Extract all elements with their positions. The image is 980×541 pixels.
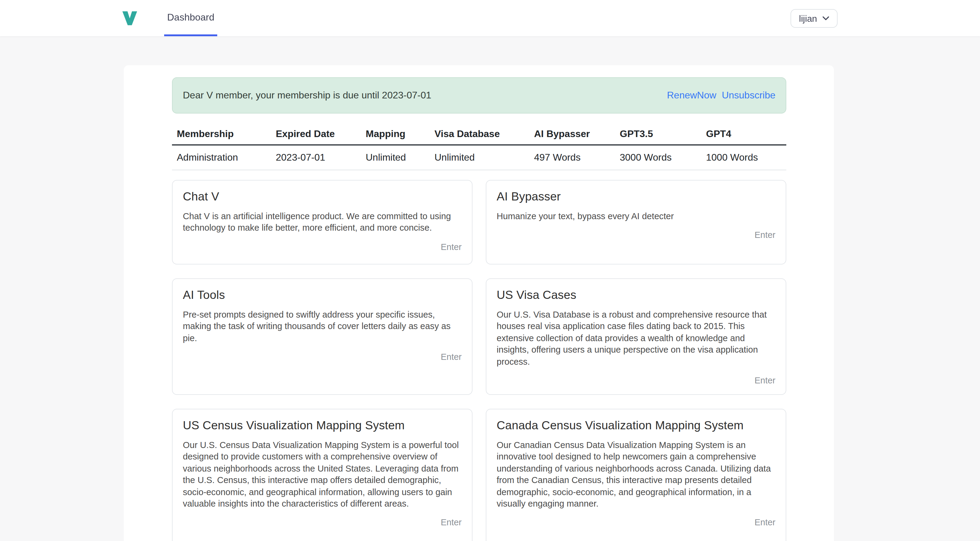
unsubscribe-link[interactable]: Unsubscribe <box>722 90 775 101</box>
card-title: US Census Visualization Mapping System <box>183 418 461 432</box>
cell-mapping: Unlimited <box>361 145 430 170</box>
enter-link-ai-bypasser[interactable]: Enter <box>755 230 775 240</box>
col-gpt4: GPT4 <box>701 124 786 145</box>
card-description: Chat V is an artificial intelligence pro… <box>183 211 461 234</box>
page-body: Dear V member, your membership is due un… <box>0 36 980 541</box>
cell-visa-database: Unlimited <box>430 145 529 170</box>
card-description: Pre-set prompts designed to swiftly addr… <box>183 309 461 344</box>
navbar-left: Dashboard <box>121 0 218 36</box>
card-description: Our U.S. Census Data Visualization Mappi… <box>183 440 461 510</box>
card-title: US Visa Cases <box>496 288 775 302</box>
renew-now-link[interactable]: RenewNow <box>667 90 717 101</box>
enter-link-ai-tools[interactable]: Enter <box>441 352 461 362</box>
app-root: Dashboard lijian Dear V member, your mem… <box>0 0 980 541</box>
enter-link-us-visa-cases[interactable]: Enter <box>755 375 775 385</box>
cell-gpt35: 3000 Words <box>615 145 701 170</box>
membership-alert-message: Dear V member, your membership is due un… <box>183 90 431 101</box>
cell-gpt4: 1000 Words <box>701 145 786 170</box>
col-ai-bypasser: AI Bypasser <box>529 124 615 145</box>
chevron-down-icon <box>822 16 829 20</box>
card-title: Canada Census Visualization Mapping Syst… <box>496 418 775 432</box>
enter-link-canada-census-mapping[interactable]: Enter <box>755 518 775 527</box>
card-title: Chat V <box>183 190 461 203</box>
brand-logo[interactable] <box>121 0 139 36</box>
membership-alert-actions: RenewNow Unsubscribe <box>667 90 776 101</box>
card-ai-tools: AI Tools Pre-set prompts designed to swi… <box>172 278 473 395</box>
enter-link-chat-v[interactable]: Enter <box>441 242 461 252</box>
membership-table-header-row: Membership Expired Date Mapping Visa Dat… <box>172 124 786 145</box>
card-description: Humanize your text, bypass every AI dete… <box>496 211 775 222</box>
enter-link-us-census-mapping[interactable]: Enter <box>441 518 461 527</box>
nav-item-dashboard[interactable]: Dashboard <box>164 0 218 36</box>
card-ai-bypasser: AI Bypasser Humanize your text, bypass e… <box>486 180 786 265</box>
membership-alert: Dear V member, your membership is due un… <box>172 77 786 113</box>
card-us-census-mapping: US Census Visualization Mapping System O… <box>172 409 473 541</box>
card-chat-v: Chat V Chat V is an artificial intellige… <box>172 180 473 265</box>
navbar: Dashboard lijian <box>0 0 980 36</box>
dashboard-panel: Dear V member, your membership is due un… <box>124 65 834 541</box>
card-canada-census-mapping: Canada Census Visualization Mapping Syst… <box>486 409 786 541</box>
v-logo-icon <box>121 9 139 27</box>
user-menu-label: lijian <box>799 13 817 23</box>
col-visa-database: Visa Database <box>430 124 529 145</box>
navbar-right: lijian <box>791 0 838 36</box>
col-mapping: Mapping <box>361 124 430 145</box>
card-description: Our U.S. Visa Database is a robust and c… <box>496 309 775 368</box>
col-membership: Membership <box>172 124 271 145</box>
user-menu-button[interactable]: lijian <box>791 9 838 27</box>
card-title: AI Bypasser <box>496 190 775 203</box>
table-row: Administration 2023-07-01 Unlimited Unli… <box>172 145 786 170</box>
membership-table: Membership Expired Date Mapping Visa Dat… <box>172 124 786 170</box>
card-description: Our Canadian Census Data Visualization M… <box>496 440 775 510</box>
card-title: AI Tools <box>183 288 461 302</box>
col-gpt35: GPT3.5 <box>615 124 701 145</box>
cell-expired-date: 2023-07-01 <box>271 145 361 170</box>
cell-membership: Administration <box>172 145 271 170</box>
feature-cards-grid: Chat V Chat V is an artificial intellige… <box>172 180 786 541</box>
card-us-visa-cases: US Visa Cases Our U.S. Visa Database is … <box>486 278 786 395</box>
cell-ai-bypasser: 497 Words <box>529 145 615 170</box>
col-expired-date: Expired Date <box>271 124 361 145</box>
